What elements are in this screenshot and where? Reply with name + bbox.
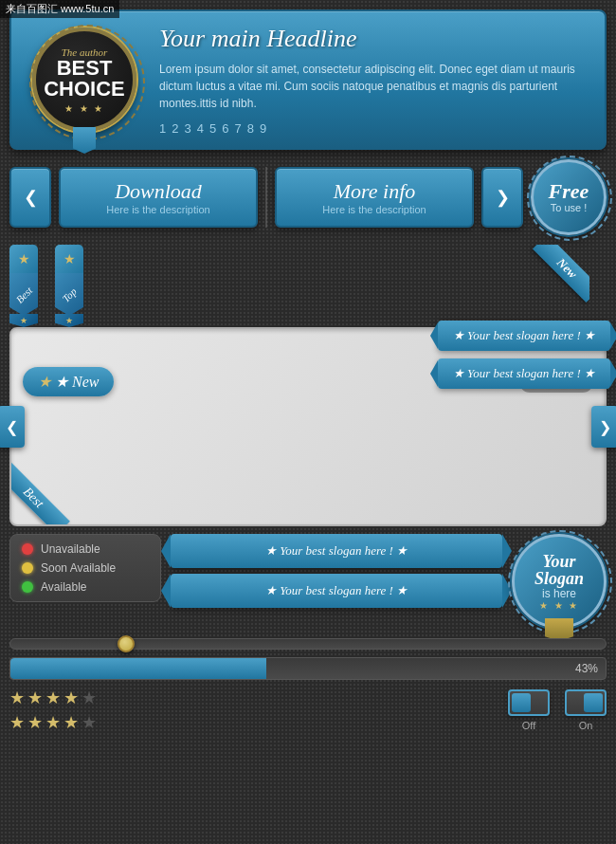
star-6[interactable]: ★ (9, 712, 25, 733)
watermark: 来自百图汇 www.5tu.cn (0, 0, 119, 18)
star-2[interactable]: ★ (27, 688, 43, 708)
toggle-off-item: Off (508, 689, 550, 731)
star-10[interactable]: ★ (82, 712, 97, 733)
tag-group: ★ Best ★ ★ Top ★ New (9, 245, 607, 327)
badge-author: The author (62, 46, 108, 58)
available-label: Available (41, 580, 86, 594)
tag-top: ★ Top ★ (55, 245, 83, 327)
rating-row-1[interactable]: ★ ★ ★ ★ ★ (9, 688, 97, 708)
page-9[interactable]: 9 (260, 121, 266, 136)
badge-circle: The author BEST CHOICE ★ ★ ★ (32, 28, 136, 132)
star-4[interactable]: ★ (63, 688, 79, 708)
ratings: ★ ★ ★ ★ ★ ★ ★ ★ ★ ★ (9, 688, 97, 733)
tag-top-star: ★ (55, 245, 83, 273)
slogan-3-text: ★ Your best slogan here ! ★ (265, 543, 408, 559)
star-icon: ★ (38, 373, 51, 391)
page-4[interactable]: 4 (197, 121, 204, 136)
panel-section: ★ Best ★ ★ Top ★ New ❮ ❯ (9, 245, 607, 526)
toggle-on-knob (584, 693, 603, 712)
toggle-off[interactable] (508, 689, 550, 716)
badge2-slogan: Slogan (534, 570, 584, 587)
star-3[interactable]: ★ (45, 688, 61, 708)
badge-stars: ★ ★ ★ (64, 103, 104, 114)
soon-label: Soon Available (41, 561, 116, 575)
status-list: Unavailable Soon Available Available (9, 534, 161, 602)
toggle-on-item: On (565, 689, 607, 731)
header-section: The author BEST CHOICE ★ ★ ★ Your main H… (9, 9, 607, 150)
tag-best-star: ★ (9, 245, 38, 273)
panel-nav-left[interactable]: ❮ (0, 406, 25, 448)
toggle-off-label: Off (522, 720, 535, 731)
star-7[interactable]: ★ (27, 712, 43, 733)
page-2[interactable]: 2 (172, 121, 178, 136)
chevron-right-icon: ❯ (599, 418, 611, 436)
prev-button[interactable]: ❮ (9, 167, 51, 228)
panel-nav-right[interactable]: ❯ (591, 406, 616, 448)
toggle-on[interactable] (565, 689, 607, 716)
tag-top-text: Top (60, 285, 79, 304)
page-3[interactable]: 3 (184, 121, 190, 136)
slider-section: 43% (9, 638, 607, 680)
chevron-left-icon: ❮ (6, 418, 18, 436)
buttons-section: ❮ Download Here is the description More … (9, 159, 607, 235)
badge2-stars: ★ ★ ★ (539, 600, 579, 611)
star-5[interactable]: ★ (82, 688, 97, 708)
star-9[interactable]: ★ (63, 712, 79, 733)
tag-best-body: Best (9, 273, 38, 316)
unavailable-label: Unavailable (41, 542, 100, 556)
tag-best-bottom: ★ (9, 314, 38, 327)
author-badge: The author BEST CHOICE ★ ★ ★ (23, 23, 146, 137)
chevron-right-icon: ❯ (496, 187, 510, 208)
yellow-dot-icon (22, 562, 33, 574)
badge-best: BEST (57, 58, 113, 79)
status-soon: Soon Available (22, 561, 149, 575)
corner-best-ribbon (11, 449, 87, 524)
tag-best: ★ Best ★ (9, 245, 38, 327)
button-divider (265, 167, 267, 228)
page-6[interactable]: 6 (222, 121, 228, 136)
red-dot-icon (22, 543, 33, 555)
progress-fill (10, 658, 266, 679)
tag-top-bottom: ★ (55, 314, 83, 327)
header-title: Your main Headline (159, 25, 589, 53)
slogan-banner-3: ★ Your best slogan here ! ★ (171, 534, 502, 568)
round-badge-2: Your Slogan is here ★ ★ ★ (512, 534, 607, 629)
star-icon: ★ (63, 251, 76, 267)
free-sub: To use ! (551, 202, 588, 213)
free-label: Free (549, 181, 589, 202)
slogan-2-text: ★ Your best slogan here ! ★ (453, 366, 595, 381)
download-desc: Here is the description (106, 204, 209, 215)
bottom-section: ★ ★ ★ ★ ★ ★ ★ ★ ★ ★ Off On (9, 688, 607, 733)
star-1[interactable]: ★ (9, 688, 25, 708)
page-7[interactable]: 7 (234, 121, 241, 136)
star-8[interactable]: ★ (45, 712, 61, 733)
download-label: Download (115, 179, 202, 204)
progress-track: 43% (9, 657, 607, 680)
toggles: Off On (508, 689, 607, 731)
page-1[interactable]: 1 (159, 121, 166, 136)
status-unavailable: Unavailable (22, 542, 149, 556)
slogan-banner-4: ★ Your best slogan here ! ★ (171, 574, 502, 608)
free-badge: Free To use ! (531, 159, 607, 235)
progress-label: 43% (575, 662, 598, 675)
more-info-button[interactable]: More info Here is the description (275, 167, 474, 228)
download-button[interactable]: Download Here is the description (59, 167, 258, 228)
next-button[interactable]: ❯ (481, 167, 523, 228)
rating-row-2[interactable]: ★ ★ ★ ★ ★ (9, 712, 97, 733)
status-section: Unavailable Soon Available Available ★ Y… (9, 534, 607, 629)
slogan-4-text: ★ Your best slogan here ! ★ (265, 583, 408, 598)
slider-track[interactable] (9, 638, 607, 650)
page-5[interactable]: 5 (209, 121, 216, 136)
badge-ribbon (73, 127, 96, 154)
new-badge: ★ ★ New (23, 367, 114, 396)
badge2-your: Your (542, 553, 575, 570)
toggle-off-knob (512, 693, 531, 712)
tag-new-text: New (533, 245, 589, 303)
header-description: Lorem ipsum dolor sit amet, consectetur … (159, 61, 589, 112)
page-8[interactable]: 8 (247, 121, 254, 136)
header-text: Your main Headline Lorem ipsum dolor sit… (159, 25, 589, 136)
new-badge-text: ★ New (55, 373, 99, 391)
slogan-1-text: ★ Your best slogan here ! ★ (453, 328, 595, 343)
pagination[interactable]: 1 2 3 4 5 6 7 8 9 (159, 121, 589, 136)
slider-thumb[interactable] (118, 635, 135, 652)
